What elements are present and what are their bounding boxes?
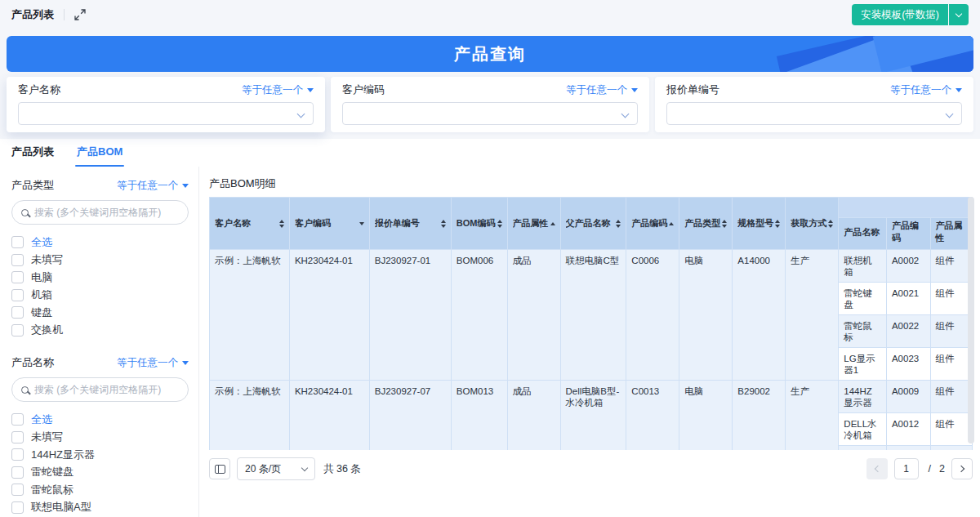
checkbox[interactable] <box>11 484 24 496</box>
expand-icon[interactable] <box>74 9 86 20</box>
column-header[interactable]: 产品编码 <box>626 198 679 250</box>
bom-cell: 电脑 <box>679 381 733 451</box>
sort-icon <box>359 222 364 225</box>
install-template-dropdown-button[interactable] <box>949 4 969 25</box>
bom-cell: BJ230927-01 <box>369 250 451 381</box>
checkbox[interactable] <box>11 289 24 301</box>
sort-icon <box>828 220 833 228</box>
bom-cell: A14000 <box>733 250 786 381</box>
caret-down-icon <box>182 184 189 188</box>
option-label: 联想电脑A型 <box>31 500 91 515</box>
sort-icon <box>279 220 284 228</box>
option-label: 未填写 <box>31 430 63 444</box>
columns-icon <box>215 465 225 474</box>
bom-cell: BOM013 <box>451 381 507 451</box>
column-header[interactable]: 产品属性 <box>507 198 560 250</box>
checkbox[interactable] <box>11 306 24 319</box>
sub-column-header[interactable]: 产品编码 <box>886 218 930 250</box>
filter-option[interactable]: 全选 <box>11 234 189 252</box>
checkbox[interactable] <box>11 431 24 443</box>
operator-link[interactable]: 等于任意一个 <box>117 179 189 193</box>
checkbox[interactable] <box>11 501 24 514</box>
product-cell: A0021 <box>886 283 930 315</box>
product-cell: A0021 <box>886 446 930 451</box>
filter-option[interactable]: 未填写 <box>11 252 189 270</box>
column-header[interactable]: BOM编码 <box>451 198 507 250</box>
customer-name-select[interactable] <box>18 102 314 125</box>
checkbox[interactable] <box>11 413 24 426</box>
operator-link[interactable]: 等于任意一个 <box>890 83 962 97</box>
filter-label: 客户名称 <box>18 82 60 97</box>
column-settings-button[interactable] <box>209 458 230 479</box>
column-header[interactable]: 规格型号 <box>733 198 786 250</box>
filter-row: 客户名称 等于任意一个 客户编码 等于任意一个 <box>7 77 973 132</box>
checkbox[interactable] <box>11 448 24 461</box>
product-type-search[interactable] <box>11 200 189 225</box>
page-size-select[interactable]: 20 条/页 <box>237 457 315 480</box>
filter-option[interactable]: 交换机 <box>11 322 189 340</box>
prev-page-button[interactable] <box>866 458 888 479</box>
checkbox[interactable] <box>11 271 24 283</box>
sort-icon <box>497 220 502 228</box>
filter-card-quote-number: 报价单编号 等于任意一个 <box>655 77 973 132</box>
column-header[interactable]: 获取方式 <box>786 198 839 250</box>
product-cell: A0002 <box>886 250 930 283</box>
product-cell: A0012 <box>886 413 930 446</box>
total-pages: 2 <box>939 463 945 475</box>
search-input[interactable] <box>34 207 179 218</box>
checkbox[interactable] <box>11 236 24 248</box>
search-input[interactable] <box>34 384 179 395</box>
column-header[interactable]: 父产品名称 <box>560 198 626 250</box>
checkbox[interactable] <box>11 324 24 336</box>
filter-option[interactable]: 144HZ显示器 <box>11 446 189 464</box>
filter-option[interactable]: 雷蛇鼠标 <box>11 481 189 499</box>
option-list: 全选未填写电脑机箱键盘交换机 <box>11 234 189 339</box>
tab-product-list[interactable]: 产品列表 <box>11 145 54 167</box>
checkbox[interactable] <box>11 466 24 479</box>
filter-group-product-type: 产品类型 等于任意一个 全选未填写电脑机箱键盘交换机 <box>11 178 189 339</box>
filter-label: 报价单编号 <box>666 82 719 97</box>
chevron-left-icon <box>874 466 880 472</box>
page-number-input[interactable] <box>894 458 919 479</box>
quote-number-select[interactable] <box>666 102 962 125</box>
operator-link[interactable]: 等于任意一个 <box>242 83 314 97</box>
product-cell: 组件 <box>930 283 972 315</box>
sub-column-header[interactable]: 产品名称 <box>839 218 887 250</box>
chevron-down-icon <box>946 110 954 118</box>
column-header[interactable]: 客户编码 <box>289 198 369 250</box>
column-header[interactable]: 产品类型 <box>679 198 733 250</box>
customer-code-select[interactable] <box>342 102 638 125</box>
filter-option[interactable]: 键盘 <box>11 304 189 322</box>
operator-text: 等于任意一个 <box>242 83 303 97</box>
checkbox[interactable] <box>11 254 24 266</box>
column-header[interactable]: 客户名称 <box>210 198 290 250</box>
filter-group-label: 产品类型 <box>11 178 54 193</box>
operator-link[interactable]: 等于任意一个 <box>566 83 638 97</box>
product-cell: 组件 <box>930 348 972 381</box>
vertical-scrollbar[interactable] <box>968 197 974 443</box>
chevron-down-icon <box>621 110 630 118</box>
bom-cell: 成品 <box>507 250 560 381</box>
search-icon <box>21 386 29 394</box>
filter-option[interactable]: 机箱 <box>11 287 189 305</box>
filter-option[interactable]: 联想电脑A型 <box>11 499 189 517</box>
next-page-button[interactable] <box>951 458 973 479</box>
column-header[interactable]: 报价单编号 <box>369 198 451 250</box>
bom-table: 客户名称客户编码报价单编号BOM编码产品属性父产品名称产品编码产品类型规格型号获… <box>209 197 973 450</box>
table-row: 示例：上海帆软KH230424-01BJ230927-01BOM006成品联想电… <box>210 250 973 283</box>
install-template-button[interactable]: 安装模板(带数据) <box>852 4 948 25</box>
bom-cell: BJ230927-07 <box>369 381 451 451</box>
filter-option[interactable]: 电脑 <box>11 269 189 287</box>
operator-link[interactable]: 等于任意一个 <box>117 356 189 370</box>
table-title: 产品BOM明细 <box>209 176 980 191</box>
product-name-search[interactable] <box>11 377 189 402</box>
option-label: 雷蛇鼠标 <box>31 483 74 497</box>
filter-option[interactable]: 未填写 <box>11 429 189 447</box>
tab-product-bom[interactable]: 产品BOM <box>77 145 122 167</box>
filter-option[interactable]: 雷蛇键盘 <box>11 464 189 482</box>
sub-column-header[interactable]: 产品属性 <box>930 218 972 250</box>
product-cell: 组件 <box>930 381 972 413</box>
operator-text: 等于任意一个 <box>117 356 178 370</box>
filter-option[interactable]: 全选 <box>11 411 189 429</box>
product-group-header <box>839 198 973 218</box>
